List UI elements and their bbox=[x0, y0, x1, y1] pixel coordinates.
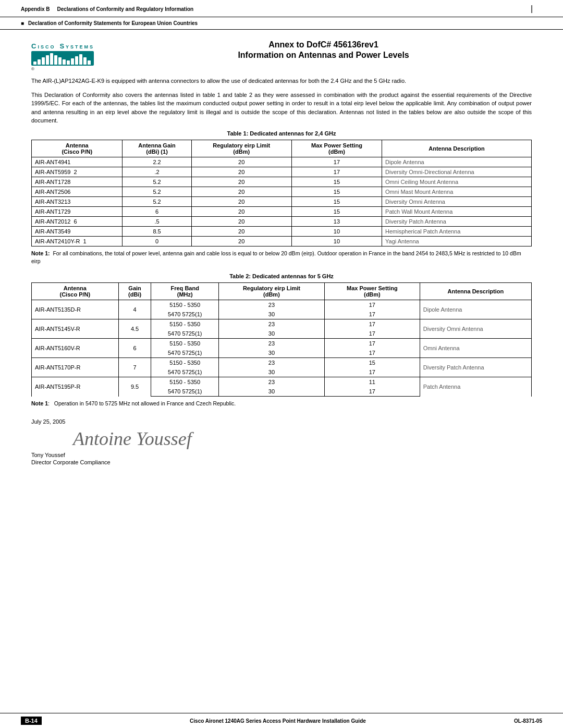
bar3 bbox=[42, 57, 45, 65]
table-row: AIR-ANT5145V-R 4.5 5150 - 5350 23 17 Div… bbox=[32, 319, 532, 329]
table-row: AIR-ANT5135D-R 4 5150 - 5350 23 17 Dipol… bbox=[32, 300, 532, 310]
table1-eirp: 20 bbox=[191, 177, 291, 187]
registered-mark: ® bbox=[31, 67, 34, 71]
table1-desc: Dipole Antenna bbox=[382, 157, 532, 167]
table2-maxpwr2: 17 bbox=[324, 387, 420, 397]
table2-maxpwr1: 15 bbox=[324, 358, 420, 368]
table1-maxpwr: 17 bbox=[291, 157, 382, 167]
table2-band2: 5470 5725(1) bbox=[151, 348, 218, 358]
bar7 bbox=[58, 57, 62, 65]
table1-pn: AIR-ANT4941 bbox=[32, 157, 123, 167]
table2-maxpwr1: 11 bbox=[324, 377, 420, 387]
table2-eirp2: 30 bbox=[218, 367, 324, 377]
table1-desc: Diversity Patch Antenna bbox=[382, 216, 532, 226]
table1-eirp: 20 bbox=[191, 157, 291, 167]
table2-gain: 6 bbox=[118, 339, 151, 358]
table2-eirp2: 30 bbox=[218, 310, 324, 319]
table1-maxpwr: 13 bbox=[291, 216, 382, 226]
table1-eirp: 20 bbox=[191, 226, 291, 236]
table2-desc: Omni Antenna bbox=[420, 339, 531, 358]
table1-maxpwr: 15 bbox=[291, 206, 382, 216]
table2-gain: 4.5 bbox=[118, 319, 151, 339]
table1-desc: Diversity Omni-Directional Antenna bbox=[382, 167, 532, 177]
table-row: AIR-ANT1729 6 20 15 Patch Wall Mount Ant… bbox=[32, 206, 532, 216]
table1-pn: AIR-ANT2506 bbox=[32, 187, 123, 196]
sig-name: Tony Youssef bbox=[31, 452, 532, 458]
footer-book-title: Cisco Aironet 1240AG Series Access Point… bbox=[190, 718, 366, 724]
cisco-text: CISCO bbox=[31, 42, 55, 50]
table2-title: Table 2: Dedicated antennas for 5 GHz bbox=[31, 273, 532, 279]
sig-image: Antoine Youssef bbox=[73, 428, 192, 450]
table2-band1: 5150 - 5350 bbox=[151, 300, 218, 310]
table2-maxpwr2: 17 bbox=[324, 329, 420, 339]
table1-maxpwr: 15 bbox=[291, 187, 382, 196]
table2-col4-header: Regulatory eirp Limit (dBm) bbox=[218, 283, 324, 300]
table-row: AIR-ANT2506 5.2 20 15 Omni Mast Mount An… bbox=[32, 187, 532, 196]
table-row: AIR-ANT2012 6 .5 20 13 Diversity Patch A… bbox=[32, 216, 532, 226]
table1-gain: 8.5 bbox=[123, 226, 191, 236]
table1-gain: .5 bbox=[123, 216, 191, 226]
table2-eirp1: 23 bbox=[218, 339, 324, 349]
annex-title: Annex to DofC# 456136rev1 Information on… bbox=[115, 40, 532, 60]
table1-desc: Yagi Antenna bbox=[382, 236, 532, 246]
table2-maxpwr1: 17 bbox=[324, 300, 420, 310]
table1-desc: Diversity Omni Antenna bbox=[382, 196, 532, 206]
table1-pn: AIR-ANT1729 bbox=[32, 206, 123, 216]
table-row: AIR-ANT5170P-R 7 5150 - 5350 23 15 Diver… bbox=[32, 358, 532, 368]
cisco-bars-graphic bbox=[31, 51, 94, 66]
table2-eirp1: 23 bbox=[218, 377, 324, 387]
table1-gain: 5.2 bbox=[123, 177, 191, 187]
table2-band2: 5470 5725(1) bbox=[151, 367, 218, 377]
table1-gain: .2 bbox=[123, 167, 191, 177]
systems-text: SYSTEMS bbox=[59, 42, 94, 50]
table1-eirp: 20 bbox=[191, 216, 291, 226]
header-appendix: Appendix B Declarations of Conformity an… bbox=[21, 6, 193, 12]
table1-maxpwr: 17 bbox=[291, 167, 382, 177]
annex-line2: Information on Antennas and Power Levels bbox=[115, 51, 532, 60]
table2-pn: AIR-ANT5170P-R bbox=[32, 358, 119, 377]
footer-doc-id: OL-8371-05 bbox=[514, 718, 542, 724]
table1-eirp: 20 bbox=[191, 167, 291, 177]
table2-desc: Diversity Patch Antenna bbox=[420, 358, 531, 377]
bar2 bbox=[38, 59, 41, 65]
table1-desc: Patch Wall Mount Antenna bbox=[382, 206, 532, 216]
bar11 bbox=[75, 56, 78, 65]
body-para1: The AIR-(L)AP1242AG-E-K9 is equipped wit… bbox=[31, 77, 532, 85]
cisco-wordmark: CISCO SYSTEMS bbox=[31, 42, 94, 50]
table1-pn: AIR-ANT2410Y-R 1 bbox=[32, 236, 123, 246]
bar6 bbox=[54, 55, 57, 65]
table2-col2-header: Gain (dBi) bbox=[118, 283, 151, 300]
table1-pn: AIR-ANT1728 bbox=[32, 177, 123, 187]
cisco-logo: CISCO SYSTEMS bbox=[31, 42, 94, 71]
table2-col6-header: Antenna Description bbox=[420, 283, 531, 300]
bar12 bbox=[79, 54, 82, 65]
table2-gain: 4 bbox=[118, 300, 151, 319]
table1-desc: Omni Ceiling Mount Antenna bbox=[382, 177, 532, 187]
bar4 bbox=[46, 55, 49, 65]
table-row: AIR-ANT2410Y-R 1 0 20 10 Yagi Antenna bbox=[32, 236, 532, 246]
body-para2: This Declaration of Conformity also cove… bbox=[31, 91, 532, 125]
table1-pn: AIR-ANT3213 bbox=[32, 196, 123, 206]
bar9 bbox=[67, 60, 70, 65]
table1-note: Note 1: For all combinations, the total … bbox=[31, 250, 532, 266]
table1-gain: 5.2 bbox=[123, 196, 191, 206]
table1-gain: 0 bbox=[123, 236, 191, 246]
table2-band1: 5150 - 5350 bbox=[151, 358, 218, 368]
table1-desc: Hemispherical Patch Antenna bbox=[382, 226, 532, 236]
table2-gain: 9.5 bbox=[118, 377, 151, 397]
table1-gain: 5.2 bbox=[123, 187, 191, 196]
table1-maxpwr: 15 bbox=[291, 177, 382, 187]
table2-col1-header: Antenna (Cisco P/N) bbox=[32, 283, 119, 300]
table-row: AIR-ANT4941 2.2 20 17 Dipole Antenna bbox=[32, 157, 532, 167]
table1-col5-header: Antenna Description bbox=[382, 140, 532, 157]
table2-desc: Patch Antenna bbox=[420, 377, 531, 397]
sig-title: Director Corporate Compliance bbox=[31, 459, 532, 465]
bar10 bbox=[71, 58, 74, 65]
table2-pn: AIR-ANT5135D-R bbox=[32, 300, 119, 319]
cisco-header: CISCO SYSTEMS bbox=[31, 40, 532, 71]
table2-band1: 5150 - 5350 bbox=[151, 377, 218, 387]
page-footer: B-14 Cisco Aironet 1240AG Series Access … bbox=[0, 713, 563, 728]
table2-maxpwr2: 17 bbox=[324, 367, 420, 377]
table1-desc: Omni Mast Mount Antenna bbox=[382, 187, 532, 196]
table1-gain: 2.2 bbox=[123, 157, 191, 167]
